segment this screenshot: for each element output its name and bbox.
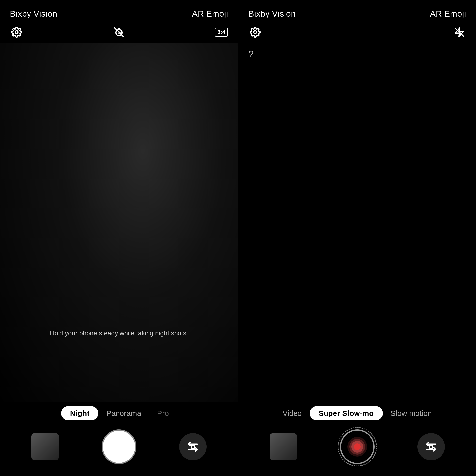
svg-rect-10 [429, 445, 433, 448]
mode-panorama[interactable]: Panorama [98, 406, 149, 420]
svg-rect-6 [191, 445, 195, 448]
thumbnail-left[interactable] [31, 433, 59, 460]
bottom-controls-left [0, 424, 238, 476]
svg-point-7 [254, 31, 257, 34]
flash-icon-right[interactable] [453, 26, 466, 39]
aspect-ratio-icon-left[interactable]: 3:4 [215, 26, 228, 39]
svg-text:OFF: OFF [118, 32, 123, 34]
left-camera-panel: Bixby Vision AR Emoji OFF 3:4 [0, 0, 238, 476]
viewfinder-left: Hold your phone steady while taking nigh… [0, 43, 238, 402]
mode-row-right: Video Super Slow-mo Slow motion [238, 402, 476, 424]
flip-camera-btn-right[interactable] [417, 433, 445, 460]
flip-camera-btn-left[interactable] [179, 433, 207, 460]
aspect-ratio-badge: 3:4 [215, 28, 228, 37]
mode-row-left: Night Panorama Pro [0, 402, 238, 424]
mode-night[interactable]: Night [61, 406, 98, 420]
ar-emoji-btn-right[interactable]: AR Emoji [430, 9, 466, 19]
mode-pro[interactable]: Pro [149, 406, 177, 420]
timer-off-icon-left[interactable]: OFF [112, 26, 126, 39]
thumbnail-image-left [31, 433, 59, 460]
icon-row-left: OFF 3:4 [0, 24, 238, 43]
mode-slow-motion[interactable]: Slow motion [383, 406, 440, 420]
ar-emoji-btn-left[interactable]: AR Emoji [192, 9, 228, 19]
viewfinder-right: ? [238, 43, 476, 402]
record-button-right[interactable] [340, 429, 375, 464]
svg-point-0 [15, 31, 18, 34]
record-fan-icon [347, 437, 367, 457]
top-bar-left: Bixby Vision AR Emoji [0, 0, 238, 24]
viewfinder-bg-left [0, 43, 238, 402]
hint-text-left: Hold your phone steady while taking nigh… [50, 329, 188, 337]
fan-dot [354, 443, 361, 450]
right-camera-panel: Bixby Vision AR Emoji ? Video Super Slow… [238, 0, 476, 476]
bixby-vision-btn-right[interactable]: Bixby Vision [248, 9, 296, 19]
thumbnail-image-right [270, 433, 297, 460]
top-bar-right: Bixby Vision AR Emoji [238, 0, 476, 24]
bottom-controls-right [238, 424, 476, 476]
mode-video[interactable]: Video [275, 406, 310, 420]
viewfinder-bg-right [238, 43, 476, 402]
settings-icon-left[interactable] [10, 26, 23, 39]
mode-super-slow-mo[interactable]: Super Slow-mo [310, 406, 383, 420]
bixby-vision-btn-left[interactable]: Bixby Vision [10, 9, 57, 19]
thumbnail-right[interactable] [270, 433, 297, 460]
icon-row-right [238, 24, 476, 43]
shutter-button-left[interactable] [102, 429, 136, 464]
settings-icon-right[interactable] [248, 26, 262, 39]
question-mark-right: ? [248, 49, 254, 60]
